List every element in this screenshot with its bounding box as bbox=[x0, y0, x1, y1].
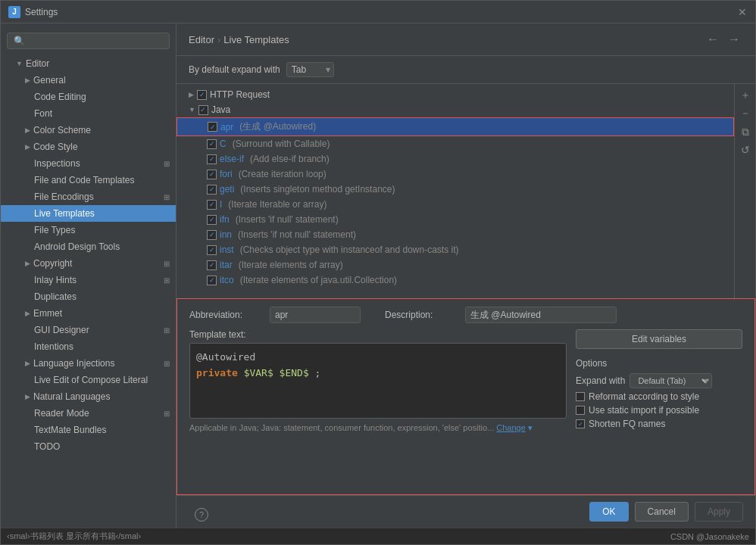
close-button[interactable]: ✕ bbox=[737, 7, 748, 17]
expand-with-select-wrapper[interactable]: Tab Enter Space bbox=[286, 62, 334, 77]
static-import-label: Use static import if possible bbox=[589, 405, 699, 416]
sidebar-item-font[interactable]: Font bbox=[1, 105, 176, 122]
template-abbrev: inst bbox=[220, 244, 234, 255]
sidebar-item-label: Natural Languages bbox=[33, 391, 110, 402]
sidebar-item-live-templates[interactable]: Live Templates bbox=[1, 205, 176, 222]
expand-with-option-label: Expand with bbox=[576, 375, 625, 386]
description-label: Description: bbox=[385, 310, 453, 320]
expand-with-option-select[interactable]: Default (Tab) Tab Enter bbox=[629, 373, 712, 388]
app-icon: J bbox=[8, 6, 20, 18]
expand-with-select[interactable]: Tab Enter Space bbox=[286, 62, 334, 77]
group-http-request[interactable]: ▶ HTTP Request bbox=[177, 87, 734, 102]
nav-back-button[interactable]: ← bbox=[704, 31, 722, 48]
item-checkbox-ifn[interactable] bbox=[207, 215, 217, 225]
template-item-geti[interactable]: geti (Inserts singleton method getInstan… bbox=[177, 182, 734, 197]
sidebar-item-reader-mode[interactable]: Reader Mode ⊞ bbox=[1, 405, 176, 422]
sidebar-item-file-types[interactable]: File Types bbox=[1, 222, 176, 238]
apply-button[interactable]: Apply bbox=[695, 502, 743, 522]
sidebar-item-android-design[interactable]: Android Design Tools bbox=[1, 238, 176, 255]
sidebar-item-gui-designer[interactable]: GUI Designer ⊞ bbox=[1, 322, 176, 338]
sidebar-item-language-injections[interactable]: ▶ Language Injections ⊞ bbox=[1, 355, 176, 372]
nav-forward-button[interactable]: → bbox=[725, 31, 743, 48]
chevron-right-icon: ▶ bbox=[25, 76, 30, 84]
sidebar-item-duplicates[interactable]: Duplicates bbox=[1, 288, 176, 305]
template-item-i[interactable]: I (Iterate Iterable or array) bbox=[177, 197, 734, 212]
sidebar-item-label: Language Injections bbox=[33, 358, 114, 369]
sidebar-item-natural-languages[interactable]: ▶ Natural Languages bbox=[1, 388, 176, 405]
sidebar-item-general[interactable]: ▶ General bbox=[1, 72, 176, 89]
nav-arrows: ← → bbox=[704, 31, 743, 48]
chevron-down-icon: ▼ bbox=[16, 60, 23, 67]
description-input[interactable] bbox=[465, 307, 617, 323]
chevron-right-icon: ▶ bbox=[25, 126, 30, 134]
sidebar-item-textmate[interactable]: TextMate Bundles bbox=[1, 422, 176, 438]
add-button[interactable]: ＋ bbox=[737, 87, 754, 104]
sidebar-item-emmet[interactable]: ▶ Emmet bbox=[1, 305, 176, 322]
template-item-inn[interactable]: inn (Inserts 'if not null' statement) bbox=[177, 227, 734, 242]
bottom-panel: Abbreviation: Description: Template text… bbox=[177, 298, 755, 495]
item-checkbox-apr[interactable] bbox=[208, 122, 217, 132]
abbreviation-row: Abbreviation: Description: bbox=[189, 307, 742, 323]
reformat-checkbox[interactable] bbox=[576, 392, 585, 401]
sidebar-item-label: GUI Designer bbox=[34, 325, 89, 335]
sidebar-item-code-editing[interactable]: Code Editing bbox=[1, 89, 176, 105]
sidebar-item-inspections[interactable]: Inspections ⊞ bbox=[1, 155, 176, 172]
template-item-c[interactable]: C (Surround with Callable) bbox=[177, 136, 734, 151]
template-desc: (Inserts singleton method getInstance) bbox=[240, 184, 395, 195]
change-link[interactable]: Change bbox=[496, 423, 526, 432]
item-checkbox-inn[interactable] bbox=[207, 230, 217, 240]
item-checkbox-itco[interactable] bbox=[207, 276, 217, 285]
group-checkbox-java[interactable] bbox=[198, 105, 208, 115]
template-item-apr[interactable]: apr (生成 @Autowired) bbox=[177, 117, 734, 136]
shorten-fq-checkbox[interactable] bbox=[576, 419, 585, 428]
sidebar-item-todo[interactable]: TODO bbox=[1, 438, 176, 455]
reset-button[interactable]: ↺ bbox=[737, 142, 754, 158]
item-checkbox-fori[interactable] bbox=[207, 170, 217, 179]
item-checkbox-i[interactable] bbox=[207, 200, 217, 210]
template-abbrev: inn bbox=[220, 229, 232, 240]
item-checkbox-inst[interactable] bbox=[207, 245, 217, 255]
applicable-row: Applicable in Java; Java: statement, con… bbox=[189, 423, 567, 433]
template-item-fori[interactable]: fori (Create iteration loop) bbox=[177, 167, 734, 182]
sidebar-item-editor[interactable]: ▼ Editor bbox=[1, 55, 176, 72]
template-item-itar[interactable]: itar (Iterate elements of array) bbox=[177, 257, 734, 272]
sidebar-item-label: TODO bbox=[34, 441, 60, 452]
sidebar-item-code-style[interactable]: ▶ Code Style bbox=[1, 139, 176, 155]
template-item-ifn[interactable]: ifn (Inserts 'if null' statement) bbox=[177, 212, 734, 227]
sidebar-item-inlay-hints[interactable]: Inlay Hints ⊞ bbox=[1, 272, 176, 288]
expand-with-option-select-wrapper[interactable]: Default (Tab) Tab Enter bbox=[629, 373, 712, 388]
item-checkbox-c[interactable] bbox=[207, 139, 217, 149]
group-java[interactable]: ▼ Java bbox=[177, 102, 734, 117]
abbreviation-input[interactable] bbox=[270, 307, 361, 323]
sidebar-search-box[interactable]: 🔍 bbox=[7, 33, 170, 49]
template-textarea[interactable]: @Autowired private $VAR$ $END$ ; bbox=[189, 343, 567, 419]
window-title: Settings bbox=[25, 7, 58, 17]
ok-button[interactable]: OK bbox=[589, 502, 628, 522]
copy-button[interactable]: ⧉ bbox=[737, 123, 754, 140]
chevron-right-icon: ▶ bbox=[25, 360, 30, 367]
sidebar-item-label: General bbox=[33, 75, 66, 86]
sidebar-item-label: Editor bbox=[26, 58, 49, 69]
sidebar-item-file-code-templates[interactable]: File and Code Templates bbox=[1, 172, 176, 188]
search-input[interactable] bbox=[28, 36, 163, 46]
edit-variables-button[interactable]: Edit variables bbox=[576, 329, 742, 349]
static-import-checkbox[interactable] bbox=[576, 406, 585, 415]
sidebar-item-file-encodings[interactable]: File Encodings ⊞ bbox=[1, 188, 176, 205]
template-abbrev: fori bbox=[220, 169, 233, 179]
group-checkbox-http[interactable] bbox=[197, 90, 207, 100]
template-item-inst[interactable]: inst (Checks object type with instanceof… bbox=[177, 242, 734, 257]
item-checkbox-itar[interactable] bbox=[207, 260, 217, 270]
sidebar-item-live-edit-compose[interactable]: Live Edit of Compose Literal bbox=[1, 372, 176, 388]
item-checkbox-geti[interactable] bbox=[207, 185, 217, 195]
template-item-else-if[interactable]: else-if (Add else-if branch) bbox=[177, 151, 734, 167]
breadcrumb: Editor › Live Templates bbox=[189, 34, 289, 45]
remove-button[interactable]: － bbox=[737, 105, 754, 122]
sidebar-item-label: Android Design Tools bbox=[34, 241, 120, 252]
help-button[interactable]: ? bbox=[195, 508, 208, 522]
cancel-button[interactable]: Cancel bbox=[635, 502, 689, 522]
sidebar-item-color-scheme[interactable]: ▶ Color Scheme bbox=[1, 122, 176, 139]
sidebar-item-copyright[interactable]: ▶ Copyright ⊞ bbox=[1, 255, 176, 272]
item-checkbox-else-if[interactable] bbox=[207, 154, 217, 164]
template-item-itco[interactable]: itco (Iterate elements of java.util.Coll… bbox=[177, 272, 734, 288]
sidebar-item-intentions[interactable]: Intentions bbox=[1, 338, 176, 355]
